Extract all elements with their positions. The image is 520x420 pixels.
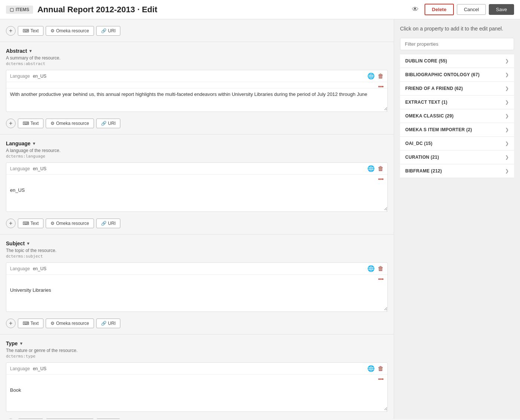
- type-chevron-icon[interactable]: ▼: [19, 341, 23, 346]
- abstract-field-desc: A summary of the resource.: [6, 55, 388, 61]
- type-globe-icon[interactable]: 🌐: [367, 365, 375, 372]
- subject-resize-handle: ⌞: [384, 308, 387, 311]
- delete-button[interactable]: Delete: [425, 4, 454, 15]
- abstract-text-button[interactable]: ⌨ Text: [18, 119, 43, 128]
- abstract-trash-icon[interactable]: 🗑: [378, 73, 384, 80]
- subject-textarea[interactable]: [6, 284, 387, 310]
- abstract-uri-button[interactable]: 🔗 URI: [96, 119, 121, 128]
- type-add-buttons: + ⌨ Text ⚙ Omeka resource 🔗 URI: [6, 415, 388, 419]
- page-title: Annual Report 2012-2013 · Edit: [38, 5, 404, 14]
- language-more-row: •••: [6, 175, 387, 184]
- language-field-term: dcterms:language: [6, 154, 388, 159]
- type-lang-label: Language: [10, 366, 30, 371]
- type-trash-icon[interactable]: 🗑: [378, 365, 384, 372]
- type-omeka-button[interactable]: ⚙ Omeka resource: [46, 419, 94, 419]
- subject-globe-icon[interactable]: 🌐: [367, 265, 375, 272]
- filter-properties-input[interactable]: [400, 38, 514, 50]
- uri-icon-subj: 🔗: [101, 321, 107, 326]
- abstract-omeka-button[interactable]: ⚙ Omeka resource: [46, 119, 94, 128]
- language-trash-icon[interactable]: 🗑: [378, 165, 384, 172]
- property-group-bibframe[interactable]: BIBFRAME (212) ❯: [400, 164, 514, 178]
- subject-omeka-button[interactable]: ⚙ Omeka resource: [46, 319, 94, 328]
- subject-more-row: •••: [6, 275, 387, 284]
- cancel-button[interactable]: Cancel: [457, 4, 486, 15]
- abstract-chevron-icon[interactable]: ▼: [29, 49, 33, 53]
- top-uri-button[interactable]: 🔗 URI: [96, 26, 121, 36]
- property-groups-list: DUBLIN CORE (55) ❯ BIBLIOGRAPHIC ONTOLOG…: [400, 54, 514, 178]
- abstract-lang-label: Language: [10, 74, 30, 79]
- language-lang-label: Language: [10, 166, 30, 171]
- abstract-globe-icon[interactable]: 🌐: [367, 72, 375, 80]
- language-textarea[interactable]: [6, 184, 387, 210]
- subject-uri-button[interactable]: 🔗 URI: [96, 319, 121, 328]
- property-group-foaf-label: FRIEND OF A FRIEND (62): [405, 86, 463, 91]
- top-omeka-resource-button[interactable]: ⚙ Omeka resource: [46, 26, 94, 36]
- abstract-field-term: dcterms:abstract: [6, 61, 388, 66]
- omeka-icon-subj: ⚙: [51, 321, 55, 326]
- property-group-dublin-core-label: DUBLIN CORE (55): [405, 58, 447, 64]
- subject-field-section: Subject ▼ The topic of the resource. dct…: [0, 235, 394, 335]
- type-more-row: •••: [6, 375, 387, 384]
- type-field-term: dcterms:type: [6, 354, 388, 359]
- save-button[interactable]: Save: [489, 4, 514, 15]
- subject-trash-icon[interactable]: 🗑: [378, 265, 384, 272]
- top-add-plus-button[interactable]: +: [6, 26, 16, 36]
- property-group-oai-dc-arrow: ❯: [505, 141, 509, 146]
- language-text-button[interactable]: ⌨ Text: [18, 219, 43, 228]
- property-group-extract-text[interactable]: EXTRACT TEXT (1) ❯: [400, 96, 514, 109]
- language-add-plus-button[interactable]: +: [6, 219, 16, 228]
- language-value-actions: 🌐 🗑: [367, 165, 384, 172]
- property-group-bibframe-label: BIBFRAME (212): [405, 168, 442, 174]
- items-badge[interactable]: ▢ ITEMS: [6, 6, 33, 14]
- uri-icon-lang: 🔗: [101, 221, 107, 226]
- type-more-icon[interactable]: •••: [378, 376, 384, 382]
- type-add-plus-button[interactable]: +: [6, 419, 16, 419]
- type-textarea[interactable]: [6, 384, 387, 410]
- uri-link-icon: 🔗: [101, 28, 107, 33]
- language-add-buttons: + ⌨ Text ⚙ Omeka resource 🔗 URI: [6, 215, 388, 234]
- subject-add-plus-button[interactable]: +: [6, 319, 16, 328]
- language-field-header: Language ▼: [6, 140, 388, 146]
- keyboard-icon-subj: ⌨: [23, 321, 29, 326]
- language-uri-button[interactable]: 🔗 URI: [96, 219, 121, 228]
- property-group-bibliographic[interactable]: BIBLIOGRAPHIC ONTOLOGY (67) ❯: [400, 68, 514, 82]
- keyboard-icon-lang: ⌨: [23, 221, 29, 226]
- type-text-button[interactable]: ⌨ Text: [18, 419, 43, 419]
- top-text-button[interactable]: ⌨ Text: [18, 26, 43, 36]
- property-group-dublin-core-arrow: ❯: [505, 58, 509, 64]
- property-group-foaf[interactable]: FRIEND OF A FRIEND (62) ❯: [400, 82, 514, 96]
- property-group-curation[interactable]: CURATION (21) ❯: [400, 151, 514, 164]
- top-add-buttons-row: + ⌨ Text ⚙ Omeka resource 🔗 URI: [6, 22, 388, 42]
- abstract-textarea[interactable]: [6, 88, 387, 110]
- property-group-oai-dc[interactable]: OAI_DC (15) ❯: [400, 137, 514, 151]
- subject-chevron-icon[interactable]: ▼: [26, 241, 30, 246]
- type-field-name: Type: [6, 340, 18, 346]
- subject-value-header: Language en_US 🌐 🗑: [6, 263, 387, 275]
- property-group-omeka-importer-arrow: ❯: [505, 127, 509, 132]
- type-resize-handle: ⌞: [384, 408, 387, 411]
- subject-field-term: dcterms:subject: [6, 254, 388, 259]
- abstract-value-row: Language en_US 🌐 🗑 ••• (function(){ var …: [6, 70, 388, 112]
- language-chevron-icon[interactable]: ▼: [32, 141, 36, 146]
- abstract-field-header: Abstract ▼: [6, 48, 388, 54]
- language-more-icon[interactable]: •••: [378, 176, 384, 182]
- type-value-actions: 🌐 🗑: [367, 365, 384, 372]
- type-field-section: Type ▼ The nature or genre of the resour…: [0, 335, 394, 419]
- abstract-value-header: Language en_US 🌐 🗑: [6, 70, 387, 82]
- abstract-add-plus-button[interactable]: +: [6, 119, 16, 128]
- subject-text-button[interactable]: ⌨ Text: [18, 319, 43, 328]
- preview-button[interactable]: 👁: [409, 4, 422, 15]
- property-group-omeka-importer[interactable]: OMEKA S ITEM IMPORTER (2) ❯: [400, 123, 514, 137]
- subject-more-icon[interactable]: •••: [378, 276, 384, 282]
- top-partial-section: + ⌨ Text ⚙ Omeka resource 🔗 URI: [0, 19, 394, 42]
- type-uri-button[interactable]: 🔗 URI: [96, 419, 121, 419]
- property-group-dublin-core[interactable]: DUBLIN CORE (55) ❯: [400, 54, 514, 68]
- language-omeka-button[interactable]: ⚙ Omeka resource: [46, 219, 94, 228]
- abstract-add-buttons: + ⌨ Text ⚙ Omeka resource 🔗 URI: [6, 115, 388, 134]
- items-icon: ▢: [10, 7, 14, 12]
- uri-icon-abs: 🔗: [101, 121, 107, 126]
- property-group-omeka-classic[interactable]: OMEKA CLASSIC (29) ❯: [400, 109, 514, 123]
- subject-field-name: Subject: [6, 240, 25, 246]
- subject-lang-label: Language: [10, 266, 30, 271]
- language-globe-icon[interactable]: 🌐: [367, 165, 375, 172]
